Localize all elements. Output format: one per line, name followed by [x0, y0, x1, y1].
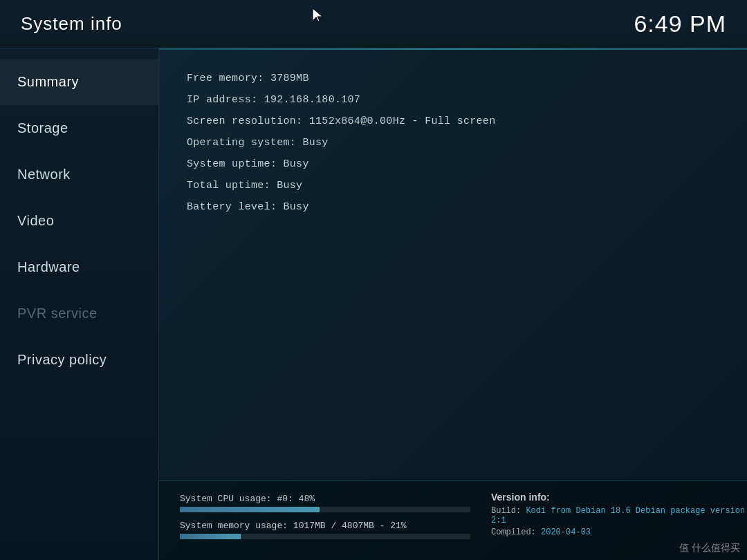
svg-marker-0 — [313, 8, 322, 21]
status-left: System CPU usage: #0: 48% System memory … — [180, 494, 470, 548]
compiled-label: Compiled: — [491, 528, 536, 537]
sidebar-item-hardware[interactable]: Hardware — [0, 244, 158, 290]
memory-usage-label: System memory usage: 1017MB / 4807MB - 2… — [180, 521, 470, 531]
clock-display: 6:49 PM — [634, 10, 726, 37]
info-total-uptime: Total uptime: Busy — [187, 180, 747, 192]
memory-progress-container — [180, 534, 470, 539]
version-info-heading: Version info: — [491, 492, 747, 503]
info-screen-resolution: Screen resolution: 1152x864@0.00Hz - Ful… — [187, 115, 747, 127]
cpu-progress-container — [180, 507, 470, 512]
version-info-panel: Version info: Build: Kodi from Debian 18… — [491, 488, 747, 539]
sidebar-item-pvr-service: PVR service — [0, 290, 158, 337]
build-label: Build: — [491, 506, 521, 516]
compiled-value: 2020-04-03 — [541, 528, 591, 537]
sidebar-item-network[interactable]: Network — [0, 151, 158, 198]
content-main: Free memory: 3789MB IP address: 192.168.… — [159, 48, 747, 480]
compiled-info-line: Compiled: 2020-04-03 — [491, 528, 747, 537]
sidebar-item-privacy-policy[interactable]: Privacy policy — [0, 337, 158, 383]
info-system-uptime: System uptime: Busy — [187, 158, 747, 170]
info-ip-address: IP address: 192.168.180.107 — [187, 94, 747, 106]
cpu-progress-fill — [180, 507, 320, 512]
cpu-status-row: System CPU usage: #0: 48% — [180, 494, 470, 512]
info-battery-level: Battery level: Busy — [187, 201, 747, 213]
header: System info 6:49 PM — [0, 0, 747, 48]
main-layout: Summary Storage Network Video Hardware P… — [0, 48, 747, 560]
watermark: 值 什么值得买 — [679, 542, 740, 554]
memory-progress-fill — [180, 534, 241, 539]
info-free-memory: Free memory: 3789MB — [187, 73, 747, 84]
build-value: Kodi from Debian 18.6 Debian package ver… — [491, 506, 747, 525]
info-operating-system: Operating system: Busy — [187, 137, 747, 149]
sidebar: Summary Storage Network Video Hardware P… — [0, 48, 159, 560]
status-bar: System CPU usage: #0: 48% System memory … — [159, 480, 747, 560]
sidebar-item-video[interactable]: Video — [0, 198, 158, 244]
app-title: System info — [21, 13, 122, 35]
content-area: Free memory: 3789MB IP address: 192.168.… — [159, 48, 747, 560]
build-info-line: Build: Kodi from Debian 18.6 Debian pack… — [491, 506, 747, 525]
sidebar-item-summary[interactable]: Summary — [0, 59, 158, 105]
cpu-usage-label: System CPU usage: #0: 48% — [180, 494, 470, 504]
sidebar-item-storage[interactable]: Storage — [0, 105, 158, 151]
memory-status-row: System memory usage: 1017MB / 4807MB - 2… — [180, 521, 470, 539]
cursor-icon — [311, 7, 324, 22]
